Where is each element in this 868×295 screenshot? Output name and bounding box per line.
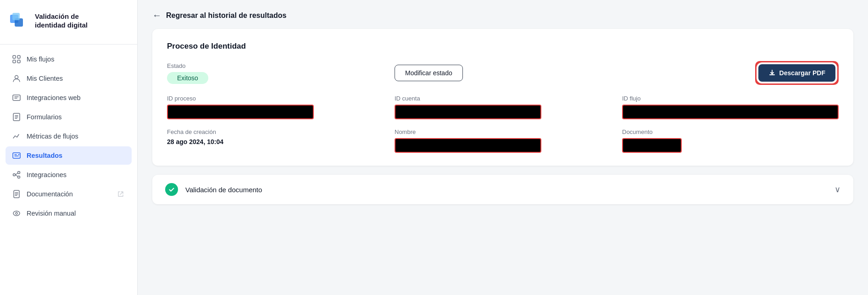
modificar-estado-button[interactable]: Modificar estado bbox=[395, 65, 463, 81]
ids-row: ID proceso ID cuenta ID flujo bbox=[167, 95, 839, 119]
download-button-wrapper: Descargar PDF bbox=[755, 61, 839, 85]
clients-icon bbox=[12, 74, 21, 83]
sidebar-item-label: Mis flujos bbox=[27, 56, 54, 63]
proceso-identidad-card: Proceso de Identidad Estado Exitoso Modi… bbox=[152, 29, 853, 166]
svg-rect-10 bbox=[13, 153, 20, 158]
sidebar-item-label: Integraciones bbox=[27, 171, 67, 178]
sidebar-item-mis-clientes[interactable]: Mis Clientes bbox=[6, 69, 132, 88]
card-title: Proceso de Identidad bbox=[167, 42, 839, 51]
documento-label: Documento bbox=[622, 128, 839, 135]
id-flujo-value bbox=[622, 105, 839, 119]
external-link-icon bbox=[116, 189, 125, 199]
download-icon bbox=[768, 69, 776, 77]
nombre-field: Nombre bbox=[395, 128, 611, 153]
download-col: Descargar PDF bbox=[622, 61, 839, 85]
svg-point-11 bbox=[18, 154, 19, 155]
id-proceso-field: ID proceso bbox=[167, 95, 384, 119]
accordion-label: Validación de documento bbox=[185, 186, 827, 194]
sidebar-item-label: Resultados bbox=[27, 152, 62, 159]
sidebar-item-metricas[interactable]: Métricas de flujos bbox=[6, 127, 132, 145]
nombre-label: Nombre bbox=[395, 128, 611, 135]
sidebar-item-label: Mis Clientes bbox=[27, 75, 63, 82]
integrations-web-icon bbox=[12, 93, 21, 102]
metrics-icon bbox=[12, 132, 21, 141]
logo-text: Validación deidentidad digital bbox=[35, 12, 88, 30]
sidebar-item-integraciones[interactable]: Integraciones bbox=[6, 166, 132, 184]
sidebar-item-label: Métricas de flujos bbox=[27, 133, 78, 140]
sidebar-item-label: Integraciones web bbox=[27, 94, 81, 101]
forms-icon bbox=[12, 112, 21, 122]
estado-label: Estado bbox=[167, 62, 384, 69]
documento-value bbox=[622, 138, 682, 153]
sidebar-item-integraciones-web[interactable]: Integraciones web bbox=[6, 89, 132, 107]
fecha-field: Fecha de creación 28 ago 2024, 10:04 bbox=[167, 128, 384, 153]
sidebar-divider bbox=[0, 44, 137, 45]
svg-point-7 bbox=[15, 76, 18, 79]
page-title: Regresar al historial de resultados bbox=[166, 11, 286, 20]
connect-icon bbox=[12, 170, 21, 179]
id-proceso-value bbox=[167, 105, 314, 119]
id-flujo-field: ID flujo bbox=[622, 95, 839, 119]
logo-container: Validación deidentidad digital bbox=[0, 0, 137, 44]
logo-icon bbox=[9, 11, 29, 31]
sidebar-item-documentacion[interactable]: Documentación bbox=[6, 185, 132, 203]
id-cuenta-label: ID cuenta bbox=[395, 95, 611, 102]
documento-field: Documento bbox=[622, 128, 839, 153]
validacion-documento-accordion[interactable]: Validación de documento ∨ bbox=[152, 175, 853, 204]
modify-col: Modificar estado bbox=[395, 65, 611, 81]
fecha-label: Fecha de creación bbox=[167, 128, 384, 135]
svg-rect-5 bbox=[13, 60, 16, 63]
eye-icon bbox=[12, 209, 21, 218]
id-cuenta-value bbox=[395, 105, 541, 119]
svg-point-16 bbox=[13, 211, 20, 216]
id-proceso-label: ID proceso bbox=[167, 95, 384, 102]
descargar-pdf-button[interactable]: Descargar PDF bbox=[758, 64, 835, 82]
docs-icon bbox=[12, 189, 21, 199]
sidebar-item-formularios[interactable]: Formularios bbox=[6, 108, 132, 126]
svg-point-17 bbox=[16, 212, 17, 214]
sidebar-item-resultados[interactable]: Resultados bbox=[6, 146, 132, 165]
flows-icon bbox=[12, 55, 21, 64]
svg-rect-3 bbox=[13, 56, 16, 58]
estado-col: Estado Exitoso bbox=[167, 62, 384, 84]
id-flujo-label: ID flujo bbox=[622, 95, 839, 102]
results-icon bbox=[12, 151, 21, 160]
svg-rect-6 bbox=[17, 60, 20, 63]
sidebar-item-revision-manual[interactable]: Revisión manual bbox=[6, 204, 132, 223]
sidebar-item-mis-flujos[interactable]: Mis flujos bbox=[6, 50, 132, 68]
fecha-value: 28 ago 2024, 10:04 bbox=[167, 138, 384, 145]
status-badge: Exitoso bbox=[167, 72, 208, 84]
svg-rect-8 bbox=[13, 95, 20, 100]
svg-rect-2 bbox=[12, 13, 20, 20]
sidebar-nav: Mis flujos Mis Clientes Integraciones we… bbox=[0, 48, 137, 295]
check-icon bbox=[165, 183, 178, 196]
svg-point-13 bbox=[18, 172, 20, 174]
sidebar-item-label: Formularios bbox=[27, 113, 62, 121]
chevron-down-icon: ∨ bbox=[835, 184, 840, 195]
sidebar: Validación deidentidad digital Mis flujo… bbox=[0, 0, 138, 295]
sidebar-item-label: Revisión manual bbox=[27, 210, 76, 217]
id-cuenta-field: ID cuenta bbox=[395, 95, 611, 119]
sidebar-item-label: Documentación bbox=[27, 190, 73, 198]
status-row: Estado Exitoso Modificar estado Descarga… bbox=[167, 61, 839, 85]
details-row: Fecha de creación 28 ago 2024, 10:04 Nom… bbox=[167, 128, 839, 153]
top-bar: ← Regresar al historial de resultados bbox=[138, 0, 868, 29]
svg-point-14 bbox=[18, 176, 20, 178]
svg-rect-4 bbox=[17, 56, 20, 58]
main-content: ← Regresar al historial de resultados Pr… bbox=[138, 0, 868, 295]
back-button[interactable]: ← bbox=[152, 10, 161, 21]
nombre-value bbox=[395, 138, 541, 153]
